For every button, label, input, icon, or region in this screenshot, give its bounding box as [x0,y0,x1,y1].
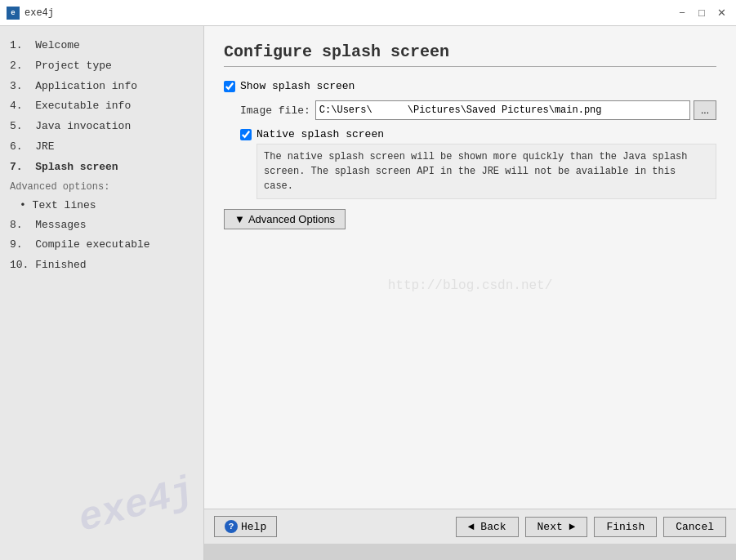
content-area: Configure splash screen Show splash scre… [204,26,736,560]
app-icon: e [7,7,20,20]
native-splash-label[interactable]: Native splash screen [240,128,716,140]
close-button[interactable]: ✕ [713,5,729,21]
image-file-row: Image file: ... [224,100,716,120]
help-button[interactable]: ? Help [214,516,277,537]
show-splash-row: Show splash screen [224,80,716,92]
minimize-button[interactable]: − [674,5,690,21]
page-content: Configure splash screen Show splash scre… [204,26,736,509]
sidebar-item-finished[interactable]: 10. Finished [7,256,197,276]
sidebar: 1. Welcome 2. Project type 3. Applicatio… [0,26,204,560]
next-button[interactable]: Next ► [525,517,588,537]
bottom-bar: ? Help ◄ Back Next ► Finish Cancel [204,509,736,544]
window-controls: − □ ✕ [674,5,729,21]
browse-button[interactable]: ... [694,100,716,120]
sidebar-item-java-invocation[interactable]: 5. Java invocation [7,117,197,137]
window-title: exe4j [25,7,674,19]
image-file-input[interactable] [315,100,690,120]
show-splash-label[interactable]: Show splash screen [224,80,355,92]
watermark-text: http://blog.csdn.net/ [224,278,716,293]
sidebar-advanced-options-label: Advanced options: [7,178,197,197]
back-button[interactable]: ◄ Back [456,517,519,537]
show-splash-checkbox[interactable] [224,81,235,92]
native-splash-info: The native splash screen will be shown m… [256,144,716,199]
sidebar-item-welcome[interactable]: 1. Welcome [7,36,197,56]
sidebar-item-project-type[interactable]: 2. Project type [7,56,197,77]
sidebar-item-executable-info[interactable]: 4. Executable info [7,96,197,117]
sidebar-item-messages[interactable]: 8. Messages [7,216,197,236]
advanced-options-label: Advanced Options [248,213,335,225]
page-title: Configure splash screen [224,42,716,67]
sidebar-item-jre[interactable]: 6. JRE [7,137,197,158]
sidebar-item-splash-screen[interactable]: 7. Splash screen [7,158,197,178]
sidebar-item-application-info[interactable]: 3. Application info [7,77,197,97]
help-icon: ? [225,520,238,533]
sidebar-item-compile-executable[interactable]: 9. Compile executable [7,235,197,256]
title-bar: e exe4j − □ ✕ [0,0,736,26]
finish-button[interactable]: Finish [594,517,657,537]
native-splash-checkbox[interactable] [240,129,252,140]
status-bar [204,544,736,560]
image-file-label: Image file: [240,104,310,117]
sidebar-watermark: exe4j [74,469,198,541]
main-layout: 1. Welcome 2. Project type 3. Applicatio… [0,26,736,560]
maximize-button[interactable]: □ [694,5,710,21]
sidebar-item-text-lines[interactable]: • Text lines [7,197,197,216]
cancel-button[interactable]: Cancel [663,517,726,537]
advanced-options-arrow: ▼ [234,213,245,225]
advanced-options-button[interactable]: ▼ Advanced Options [224,209,346,229]
native-splash-section: Native splash screen The native splash s… [224,128,716,199]
